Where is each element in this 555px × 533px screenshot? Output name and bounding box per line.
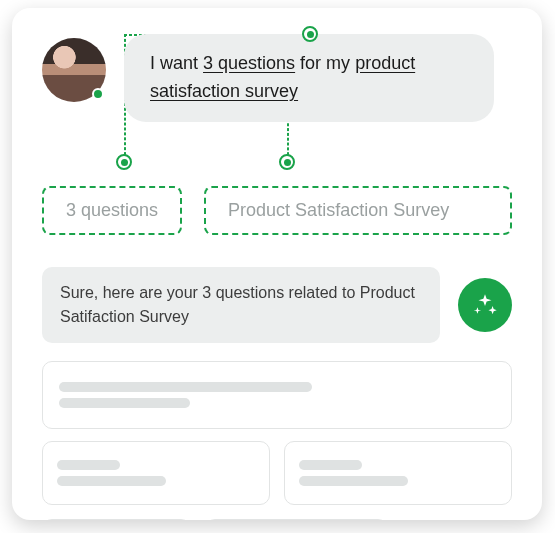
skeleton-line xyxy=(299,476,408,486)
chip-quantity-label: 3 questions xyxy=(66,200,158,220)
user-message-qty: 3 questions xyxy=(203,53,295,73)
result-option-card[interactable] xyxy=(284,441,512,505)
user-message-bubble: I want 3 questions for my product satisf… xyxy=(124,34,494,122)
extracted-chips-row: 3 questions Product Satisfaction Survey xyxy=(42,186,512,235)
ai-avatar-badge xyxy=(458,278,512,332)
avatar-wrap xyxy=(42,38,106,102)
chip-quantity[interactable]: 3 questions xyxy=(42,186,182,235)
ai-message-bubble: Sure, here are your 3 questions related … xyxy=(42,267,440,343)
chip-topic-label: Product Satisfaction Survey xyxy=(228,200,449,220)
result-card xyxy=(42,361,512,429)
user-row: I want 3 questions for my product satisf… xyxy=(42,30,512,122)
skeleton-line xyxy=(59,398,190,408)
result-pair-row xyxy=(42,441,512,505)
skeleton-line xyxy=(57,476,166,486)
ai-row: Sure, here are your 3 questions related … xyxy=(42,267,512,343)
sparkle-icon xyxy=(472,292,498,318)
footer-button-row: + Add Questions Explore More Options xyxy=(42,519,512,520)
add-questions-button[interactable]: + Add Questions xyxy=(42,519,191,520)
skeleton-line xyxy=(57,460,120,470)
connector-node-top xyxy=(302,26,318,42)
explore-options-button[interactable]: Explore More Options xyxy=(205,519,388,520)
result-option-card[interactable] xyxy=(42,441,270,505)
user-message-text-mid: for my xyxy=(295,53,355,73)
skeleton-line xyxy=(299,460,362,470)
skeleton-line xyxy=(59,382,312,392)
user-message-text-pre: I want xyxy=(150,53,203,73)
ai-message-text: Sure, here are your 3 questions related … xyxy=(60,284,415,325)
chat-card: I want 3 questions for my product satisf… xyxy=(12,8,542,520)
presence-dot xyxy=(92,88,104,100)
chip-topic[interactable]: Product Satisfaction Survey xyxy=(204,186,512,235)
connector-node-chip-a xyxy=(116,154,132,170)
connector-node-chip-b xyxy=(279,154,295,170)
